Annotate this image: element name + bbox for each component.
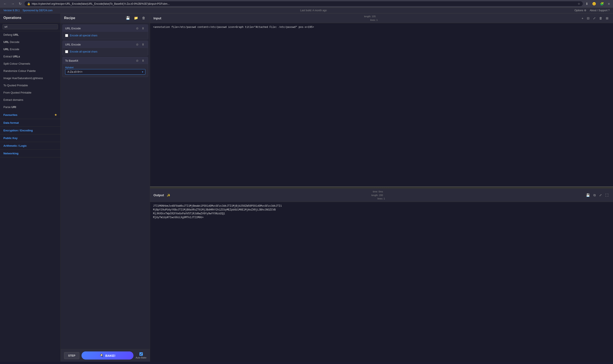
sidebar-item-image-hue[interactable]: Image Hue/Saturation/Lightness [0,75,60,82]
sidebar-item-url-decode[interactable]: URL Decode [0,39,60,46]
step-2-pause-btn[interactable]: ⏸ [141,42,145,46]
sidebar-item-parse-uri[interactable]: Parse URI [0,104,60,111]
app-header-right: Options ⚙ About / Support ? [574,9,610,12]
bake-icon: 🍳 [100,354,104,357]
alphabet-label: Alphabet [65,66,145,69]
input-layout-button[interactable]: ⊞ [605,16,610,21]
recipe-panel: Recipe 💾 📁 🗑 URL Encode ⊘ ⏸ [61,13,150,362]
output-textarea: JTI1M0NhbmJvdGF0aW9uJTI1MjBmaWxlPS9ldGMv… [150,202,613,362]
output-panel: Output ✨ time: 0ms length: 200 lines: 1 [150,189,613,362]
bake-button[interactable]: 🍳 BAKE! [82,351,134,360]
profile-icon[interactable]: 😊 [591,1,597,6]
sponsored-text: Sponsored by [23,9,39,12]
auto-bake-checkbox[interactable] [139,352,143,356]
input-add-button[interactable]: + [580,16,585,20]
bookmark-icon[interactable]: ☆ [578,2,580,5]
step-2-title: URL Encode [65,43,81,46]
sidebar-item-defang-url[interactable]: Defang URL [0,31,60,39]
recipe-step-url-encode-2: URL Encode ⊘ ⏸ Encode all special chars [62,41,148,55]
output-save-button[interactable]: 💾 [585,193,591,197]
input-meta: length: 105 lines: 1 [364,15,378,22]
sidebar-category-data-format[interactable]: Data format [0,119,60,127]
recipe-steps: URL Encode ⊘ ⏸ Encode all special chars [61,23,150,349]
search-container [0,23,60,31]
output-time-label: time: [373,190,378,193]
step-2-disable-btn[interactable]: ⊘ [135,42,139,46]
output-actions: 💾 ⧉ ⤢ ⛶ [585,193,610,197]
sidebar-item-randomize-colour[interactable]: Randomize Colour Palette [0,67,60,75]
last-build-text: Last build: A month ago [300,9,327,12]
sidebar-category-networking[interactable]: Networking [0,150,60,157]
forward-button[interactable]: → [10,1,16,6]
public-key-label: Public Key [3,136,17,140]
options-button[interactable]: Options ⚙ [574,9,586,12]
arithmetic-label: Arithmetic / Logic [3,144,27,147]
step-1-checkbox[interactable] [65,34,68,37]
browser-toolbar: ← → ↻ 🔒 ☆ ⬇ 😊 🧩 ≡ [0,0,613,7]
magic-wand-button[interactable]: ✨ [166,193,171,197]
input-delete-button[interactable]: 🗑 [598,16,603,20]
input-actions: + ⊟ ⤢ 🗑 ⊞ [580,16,610,21]
recipe-step-3-header: To Base64 ⊘ ⏸ [63,57,148,64]
sidebar: Operations Defang URL URL Decode URL Enc… [0,13,61,362]
input-tabs-button[interactable]: ⊟ [586,16,591,21]
clear-recipe-button[interactable]: 🗑 [141,16,147,20]
address-bar[interactable] [32,2,576,5]
sidebar-category-public-key[interactable]: Public Key [0,134,60,142]
extensions-icon[interactable]: 🧩 [599,1,605,6]
step-2-checkbox-row: Encode all special chars [65,50,145,53]
alphabet-select-wrapper: A-Za-z0-9+/= [65,69,145,75]
menu-button[interactable]: ≡ [607,1,611,6]
output-meta: time: 0ms length: 200 lines: 1 [371,190,385,200]
sidebar-category-favourites[interactable]: Favourites ★ [0,111,60,119]
favourites-label: Favourites [3,113,17,117]
step-2-checkbox-label[interactable]: Encode all special chars [70,50,97,53]
input-expand-button[interactable]: ⤢ [592,16,597,21]
networking-label: Networking [3,152,18,155]
sidebar-item-extract-domains[interactable]: Extract domains [0,96,60,104]
output-expand-button[interactable]: ⤢ [598,193,603,197]
sidebar-category-encryption[interactable]: Encryption / Encoding [0,127,60,134]
alphabet-select[interactable]: A-Za-z0-9+/= [65,69,145,75]
load-recipe-button[interactable]: 📁 [133,15,139,20]
sidebar-item-split-colour[interactable]: Split Colour Channels [0,60,60,67]
version-text: Version 9.39.1 [3,9,20,12]
sidebar-item-extract-urls[interactable]: Extract URLs [0,53,60,60]
sidebar-item-url-encode[interactable]: URL Encode [0,46,60,53]
sidebar-item-to-quoted[interactable]: To Quoted Printable [0,82,60,89]
step-1-checkbox-label[interactable]: Encode all special chars [70,34,97,37]
reload-button[interactable]: ↻ [17,1,23,6]
input-textarea[interactable]: <annotation file=/etc/passwd content=/et… [150,23,613,186]
search-input[interactable] [2,24,58,29]
output-length-label: length: [371,194,379,196]
output-lines-value: 1 [383,197,385,200]
browser-chrome: ← → ↻ 🔒 ☆ ⬇ 😊 🧩 ≡ [0,0,613,8]
browser-icons: ⬇ 😊 🧩 ≡ [585,1,611,6]
about-support-button[interactable]: About / Support ? [590,9,610,12]
step-1-pause-btn[interactable]: ⏸ [141,26,145,30]
output-fullscreen-button[interactable]: ⛶ [604,193,610,197]
step-button[interactable]: STEP [64,352,79,359]
step-3-disable-btn[interactable]: ⊘ [135,59,139,63]
step-1-body: Encode all special chars [63,32,148,39]
output-copy-button[interactable]: ⧉ [592,193,597,197]
back-button[interactable]: ← [2,1,8,6]
output-header: Output ✨ time: 0ms length: 200 lines: 1 [150,189,613,202]
input-length-value: 105 [372,15,376,18]
step-2-checkbox[interactable] [65,50,68,53]
auto-bake-label: Auto Bake [136,356,147,359]
save-recipe-button[interactable]: 💾 [125,15,131,20]
input-length-label: length: [364,15,371,18]
sidebar-list: Defang URL URL Decode URL Encode Extract… [0,31,60,362]
sidebar-item-from-quoted[interactable]: From Quoted Printable [0,89,60,96]
bake-label: BAKE! [105,354,116,357]
app-version: Version 9.39.1 Sponsored by DEF24.com [3,9,53,12]
step-1-title: URL Encode [65,27,81,30]
sponsor-link[interactable]: DEF24.com [39,9,52,12]
step-3-pause-btn[interactable]: ⏸ [141,59,145,63]
downloads-icon[interactable]: ⬇ [585,1,589,6]
recipe-footer: STEP 🍳 BAKE! Auto Bake [61,349,150,362]
sidebar-category-arithmetic[interactable]: Arithmetic / Logic [0,142,60,150]
step-1-disable-btn[interactable]: ⊘ [135,26,139,30]
input-lines-label: lines: [370,19,376,21]
